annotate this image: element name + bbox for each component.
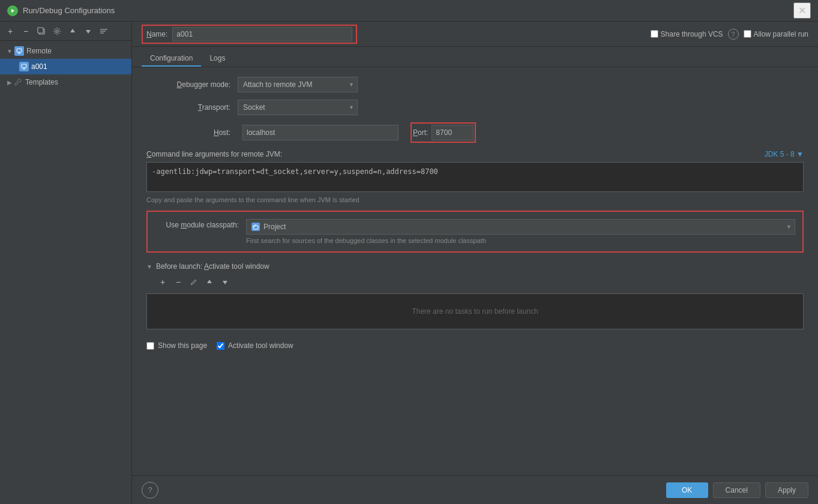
host-label: Host: — [146, 128, 230, 137]
cmdline-section: Command line arguments for remote JVM: J… — [146, 150, 804, 203]
before-launch-header: ▼ Before launch: Activate tool window — [146, 262, 804, 271]
activate-tool-label: Activate tool window — [228, 341, 293, 350]
move-up-button[interactable] — [66, 25, 79, 38]
sidebar-item-a001[interactable]: a001 — [0, 59, 131, 74]
run-debug-dialog: Run/Debug Configurations ✕ + − — [0, 0, 818, 504]
tab-logs[interactable]: Logs — [201, 50, 233, 67]
apply-button[interactable]: Apply — [765, 482, 808, 498]
classpath-value: Project — [263, 223, 286, 231]
classpath-right: Project ▼ First search for sources of th… — [246, 219, 795, 244]
before-launch-label: Before launch: Activate tool window — [156, 262, 269, 271]
config-icon — [19, 62, 29, 71]
before-launch-empty: There are no tasks to run before launch — [146, 293, 804, 329]
before-launch-remove-button[interactable]: − — [172, 275, 185, 289]
share-vcs-checkbox[interactable] — [651, 30, 658, 38]
sort-button[interactable] — [97, 25, 110, 38]
sidebar-tree: ▼ Remote — [0, 41, 131, 504]
svg-marker-18 — [223, 281, 227, 284]
top-bar: Name: Share through VCS ? Allow parallel… — [132, 22, 818, 47]
tabs-bar: Configuration Logs — [132, 47, 818, 67]
templates-label: Templates — [25, 78, 58, 86]
name-label: Name: — [146, 30, 167, 38]
transport-row: Transport: Socket — [146, 100, 804, 115]
svg-rect-16 — [253, 226, 258, 229]
activate-tool-group: Activate tool window — [217, 341, 293, 350]
config-content: Debugger mode: Attach to remote JVM Tran… — [132, 67, 818, 475]
project-icon — [251, 223, 260, 231]
cmdline-hint: Copy and paste the arguments to the comm… — [146, 196, 804, 203]
transport-select[interactable]: Socket — [238, 100, 358, 115]
title-bar: Run/Debug Configurations ✕ — [0, 0, 818, 22]
debugger-mode-select[interactable]: Attach to remote JVM — [238, 77, 358, 92]
port-input[interactable] — [432, 125, 474, 140]
before-launch-add-button[interactable]: + — [156, 275, 169, 289]
wrench-icon — [14, 78, 23, 86]
tab-configuration[interactable]: Configuration — [142, 50, 201, 67]
show-page-label: Show this page — [158, 341, 207, 350]
name-input[interactable] — [172, 27, 352, 41]
debugger-mode-label: Debugger mode: — [146, 80, 230, 89]
before-launch-section: ▼ Before launch: Activate tool window + … — [146, 262, 804, 329]
allow-parallel-label: Allow parallel run — [744, 30, 808, 38]
svg-rect-13 — [22, 64, 26, 68]
classpath-section: Use module classpath: — [146, 211, 804, 253]
add-config-button[interactable]: + — [4, 25, 17, 38]
move-down-button[interactable] — [82, 25, 95, 38]
close-button[interactable]: ✕ — [793, 2, 811, 19]
sidebar-toolbar: + − — [0, 22, 131, 41]
port-label: Port: — [413, 128, 428, 137]
classpath-hint: First search for sources of the debugged… — [246, 237, 795, 244]
ok-button[interactable]: OK — [666, 482, 708, 498]
name-row: Name: — [142, 25, 357, 44]
share-vcs-help-button[interactable]: ? — [728, 29, 739, 40]
bottom-options: Show this page Activate tool window — [146, 337, 804, 355]
before-launch-up-button[interactable] — [203, 275, 216, 289]
dialog-footer: ? OK Cancel Apply — [132, 475, 818, 504]
show-page-group: Show this page — [146, 341, 207, 350]
debugger-mode-select-wrapper: Attach to remote JVM — [238, 77, 358, 92]
show-page-checkbox[interactable] — [146, 342, 154, 350]
share-vcs-text: Share through VCS — [661, 30, 723, 38]
debugger-mode-row: Debugger mode: Attach to remote JVM — [146, 77, 804, 92]
host-input[interactable] — [242, 125, 398, 140]
cancel-button[interactable]: Cancel — [713, 482, 760, 498]
activate-tool-checkbox[interactable] — [217, 342, 224, 350]
cmdline-label: Command line arguments for remote JVM: — [146, 150, 282, 158]
svg-marker-5 — [70, 29, 75, 32]
templates-expand-icon: ▶ — [5, 77, 14, 87]
a001-label: a001 — [31, 62, 47, 71]
share-row: Share through VCS ? Allow parallel run — [651, 29, 808, 40]
footer-buttons: OK Cancel Apply — [666, 482, 808, 498]
classpath-display[interactable]: Project — [246, 219, 795, 235]
collapse-arrow[interactable]: ▼ — [146, 263, 152, 270]
remote-label: Remote — [26, 47, 52, 55]
dialog-title: Run/Debug Configurations — [23, 6, 793, 15]
cmdline-header: Command line arguments for remote JVM: J… — [146, 150, 804, 158]
svg-rect-10 — [17, 49, 22, 52]
port-wrapper: Port: — [411, 122, 476, 143]
settings-config-button[interactable] — [50, 25, 64, 38]
remove-config-button[interactable]: − — [19, 25, 32, 38]
app-icon — [7, 5, 18, 16]
svg-point-4 — [56, 30, 58, 32]
allow-parallel-checkbox[interactable] — [744, 30, 751, 38]
right-panel: Name: Share through VCS ? Allow parallel… — [132, 22, 818, 504]
sidebar-item-remote[interactable]: ▼ Remote — [0, 43, 131, 59]
before-launch-edit-button[interactable] — [187, 275, 200, 289]
before-launch-down-button[interactable] — [218, 275, 232, 289]
classpath-label: Use module classpath: — [155, 219, 239, 229]
svg-rect-3 — [38, 28, 43, 33]
transport-select-wrapper: Socket — [238, 100, 358, 115]
jdk-select[interactable]: JDK 5 - 8 ▼ — [765, 150, 804, 158]
transport-label: Transport: — [146, 103, 230, 112]
allow-parallel-text: Allow parallel run — [754, 30, 808, 38]
expand-icon: ▼ — [5, 46, 14, 56]
copy-config-button[interactable] — [35, 25, 48, 38]
host-port-row: Host: Port: — [146, 122, 804, 143]
sidebar-item-templates[interactable]: ▶ Templates — [0, 74, 131, 90]
classpath-row: Use module classpath: — [155, 219, 795, 244]
main-content: + − — [0, 22, 818, 504]
cmdline-textarea[interactable]: -agentlib:jdwp=transport=dt_socket,serve… — [146, 162, 804, 192]
share-vcs-label: Share through VCS — [651, 30, 723, 38]
help-button[interactable]: ? — [142, 482, 158, 499]
